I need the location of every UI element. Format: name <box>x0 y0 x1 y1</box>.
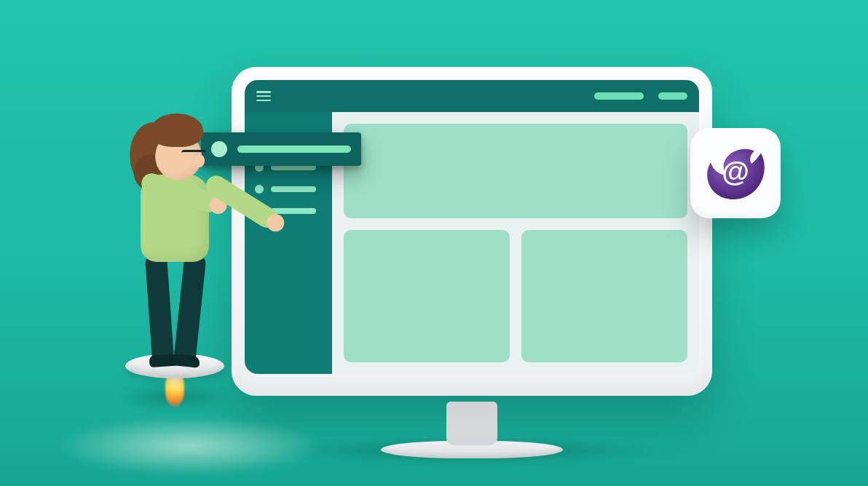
ponytail <box>134 154 163 189</box>
shoe <box>170 354 200 368</box>
arm-left <box>139 171 221 215</box>
app-topbar <box>245 80 699 112</box>
legs <box>146 253 204 362</box>
hair-top <box>151 113 203 147</box>
at-glyph: @ <box>722 156 749 187</box>
hand <box>207 194 229 216</box>
sidebar-item[interactable] <box>255 185 322 194</box>
head <box>155 132 202 180</box>
blazor-badge: @ <box>690 128 781 218</box>
content-area <box>332 112 699 374</box>
hamburger-icon[interactable] <box>256 91 271 101</box>
sidebar-item[interactable] <box>255 207 322 215</box>
sidebar-item-label <box>271 186 316 192</box>
torso <box>141 175 209 262</box>
monitor-neck <box>446 402 497 445</box>
dot-icon <box>255 185 264 194</box>
card-right[interactable] <box>521 230 687 362</box>
hair-back <box>130 122 181 189</box>
leg-left <box>145 252 174 363</box>
hover-disc <box>125 354 224 378</box>
shoe <box>149 354 179 367</box>
hero-card[interactable] <box>344 124 687 218</box>
thruster-flame-icon <box>165 371 184 407</box>
leg-right <box>173 252 207 363</box>
active-nav-chip[interactable] <box>201 132 361 166</box>
dot-icon <box>255 207 264 215</box>
card-left[interactable] <box>344 230 510 362</box>
topbar-action-secondary[interactable] <box>658 92 687 100</box>
topbar-action-primary[interactable] <box>594 92 644 100</box>
monitor: @ <box>232 67 712 460</box>
blazor-logo-icon: @ <box>702 140 769 207</box>
monitor-bezel: @ <box>232 67 712 396</box>
sidebar-item-label <box>271 208 316 214</box>
disc-shadow <box>117 383 233 412</box>
dot-icon <box>211 141 227 157</box>
screen <box>245 80 699 374</box>
active-nav-label <box>237 146 351 153</box>
